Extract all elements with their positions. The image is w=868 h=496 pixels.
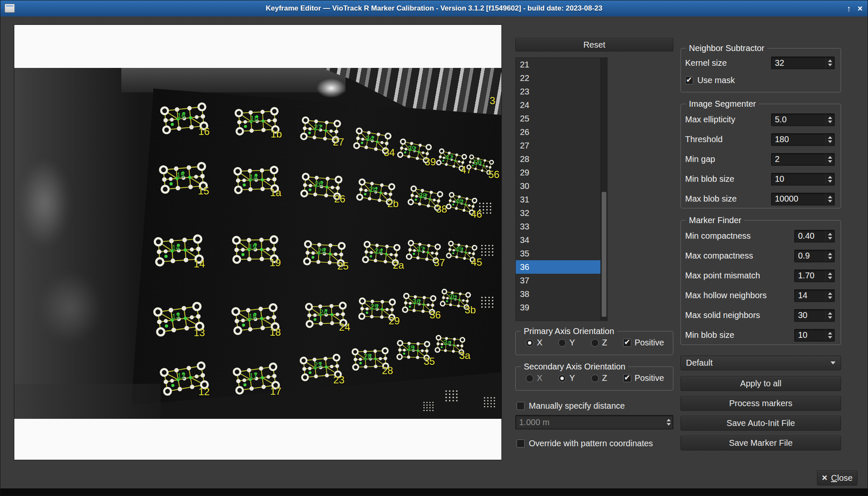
frame-list-item-35[interactable]: 35 (516, 247, 601, 260)
spin-up-icon[interactable] (828, 332, 832, 334)
spin-down-icon[interactable] (828, 297, 832, 299)
scrollbar-thumb[interactable] (602, 192, 606, 317)
frame-list-item-39[interactable]: 39 (516, 301, 601, 314)
photo-floor (14, 384, 161, 419)
spin-down-icon[interactable] (828, 121, 832, 123)
manual-distance-checkbox[interactable]: Manually specify distance (515, 401, 673, 411)
frame-list-item-34[interactable]: 34 (516, 233, 601, 247)
distance-spinbox[interactable]: 1.000 m (515, 415, 673, 429)
frame-list-item-27[interactable]: 27 (516, 139, 601, 152)
titlebar[interactable]: Keyframe Editor — VioTrack R Marker Cali… (0, 0, 868, 16)
spin-up-icon[interactable] (828, 136, 832, 139)
bottom-strip (0, 488, 868, 496)
frame-list-scrollbar[interactable] (600, 58, 607, 321)
frame-list[interactable]: 21222324252627282930313233343536373839 (515, 57, 608, 321)
spin-down-icon[interactable] (828, 160, 832, 163)
save-marker-file-button[interactable]: Save Marker File (680, 436, 841, 450)
frame-list-item-33[interactable]: 33 (516, 220, 601, 233)
frame-list-item-22[interactable]: 22 (516, 71, 601, 85)
mf-max-solid-neighbors-spinbox[interactable]: 30 (794, 309, 835, 322)
frame-list-item-29[interactable]: 29 (516, 166, 601, 179)
spin-up-icon[interactable] (828, 176, 832, 178)
mf-max-point-mismatch-spinbox[interactable]: 1.70 (794, 270, 835, 282)
primary-axis-title: Primary Axis Orientation (521, 326, 617, 336)
mf-max-compactness-spinbox[interactable]: 0.9 (794, 250, 835, 262)
frame-list-item-30[interactable]: 30 (516, 179, 601, 193)
spin-up-icon[interactable] (828, 116, 832, 119)
reset-button[interactable]: Reset (515, 38, 673, 51)
spin-down-icon[interactable] (667, 423, 671, 426)
frame-list-item-28[interactable]: 28 (516, 152, 601, 166)
spin-down-icon[interactable] (828, 200, 832, 202)
primary-axis-positive-checkbox[interactable]: Positive (623, 338, 664, 348)
secondary-axis-group: Secondary Axis Orientation XYZPositive (515, 362, 673, 391)
process-markers-button[interactable]: Process markers (680, 396, 841, 411)
is-min-blob-size-spinbox[interactable]: 10 (771, 173, 835, 186)
close-button[interactable]: × Close (817, 470, 857, 485)
radio-icon (591, 339, 599, 347)
ns-kernel-size-spinbox[interactable]: 32 (771, 57, 835, 69)
frame-list-item-31[interactable]: 31 (516, 193, 601, 206)
frame-list-item-24[interactable]: 24 (516, 98, 601, 112)
is-max-ellipticity-spinbox[interactable]: 5.0 (771, 113, 835, 126)
camera-view[interactable]: 16161b1b2727343439394747565615151a1a2626… (14, 25, 501, 460)
frame-list-item-26[interactable]: 26 (516, 125, 601, 139)
spin-up-icon[interactable] (828, 292, 832, 295)
mf-max-hollow-neighbors-spinbox[interactable]: 14 (794, 289, 835, 302)
checkbox-icon (623, 339, 631, 347)
mf-max-point-mismatch-label: Max point mismatch (685, 271, 760, 280)
spin-value: 10 (772, 173, 825, 185)
secondary-axis-positive-checkbox[interactable]: Positive (623, 373, 664, 383)
spin-up-icon[interactable] (828, 196, 832, 198)
frame-list-item-37[interactable]: 37 (516, 274, 601, 287)
spin-up-icon[interactable] (828, 272, 832, 275)
is-min-gap-spinbox[interactable]: 2 (771, 153, 835, 166)
frame-list-item-23[interactable]: 23 (516, 85, 601, 98)
frame-list-item-32[interactable]: 32 (516, 206, 601, 220)
spin-up-icon[interactable] (828, 253, 832, 255)
close-button-label: Close (831, 473, 852, 483)
spin-value: 5.0 (772, 114, 825, 126)
spin-down-icon[interactable] (828, 277, 832, 279)
is-max-blob-size-spinbox[interactable]: 10000 (771, 193, 835, 205)
apply-to-all-button[interactable]: Apply to all (680, 376, 841, 391)
close-window-button[interactable]: × (857, 0, 863, 16)
app-icon (5, 4, 15, 13)
secondary-axis-z-radio[interactable]: Z (591, 373, 607, 383)
spin-up-icon[interactable] (667, 419, 671, 421)
primary-axis-z-radio[interactable]: Z (591, 338, 607, 348)
shade-window-button[interactable]: ↑ (847, 0, 851, 16)
spin-down-icon[interactable] (828, 140, 832, 143)
spin-up-icon[interactable] (828, 59, 832, 62)
radio-icon (558, 375, 566, 382)
mf-min-compactness-spinbox[interactable]: 0.40 (794, 230, 835, 243)
frame-list-item-38[interactable]: 38 (516, 287, 601, 301)
preset-dropdown[interactable]: Default (680, 356, 841, 370)
spin-down-icon[interactable] (828, 316, 832, 319)
spin-down-icon[interactable] (828, 257, 832, 259)
image-segmenter-title: Image Segmenter (686, 99, 759, 109)
spin-down-icon[interactable] (828, 237, 832, 240)
spin-down-icon[interactable] (828, 180, 832, 183)
secondary-axis-y-radio[interactable]: Y (558, 373, 575, 383)
use-mask-checkbox[interactable]: Use mask (681, 72, 841, 89)
frame-list-item-25[interactable]: 25 (516, 112, 601, 125)
mf-min-blob-size-spinbox[interactable]: 10 (794, 329, 835, 342)
primary-axis-x-radio[interactable]: X (526, 338, 542, 348)
spin-up-icon[interactable] (828, 233, 832, 235)
save-auto-init-file-button[interactable]: Save Auto-Init File (680, 416, 841, 431)
secondary-axis-x-radio[interactable]: X (526, 373, 542, 383)
photo-lamp (316, 78, 346, 98)
frame-list-item-21[interactable]: 21 (516, 58, 601, 71)
spin-value: 10000 (772, 193, 825, 205)
frame-list-item-36[interactable]: 36 (516, 260, 601, 274)
override-pattern-checkbox[interactable]: Override with pattern coordinates (515, 439, 673, 448)
primary-axis-y-radio[interactable]: Y (558, 338, 575, 348)
spin-up-icon[interactable] (828, 312, 832, 315)
is-threshold-spinbox[interactable]: 180 (771, 133, 835, 146)
calibration-board (131, 82, 501, 412)
spin-up-icon[interactable] (828, 156, 832, 159)
spin-value: 0.9 (795, 250, 825, 262)
spin-down-icon[interactable] (828, 64, 832, 66)
spin-down-icon[interactable] (828, 336, 832, 339)
